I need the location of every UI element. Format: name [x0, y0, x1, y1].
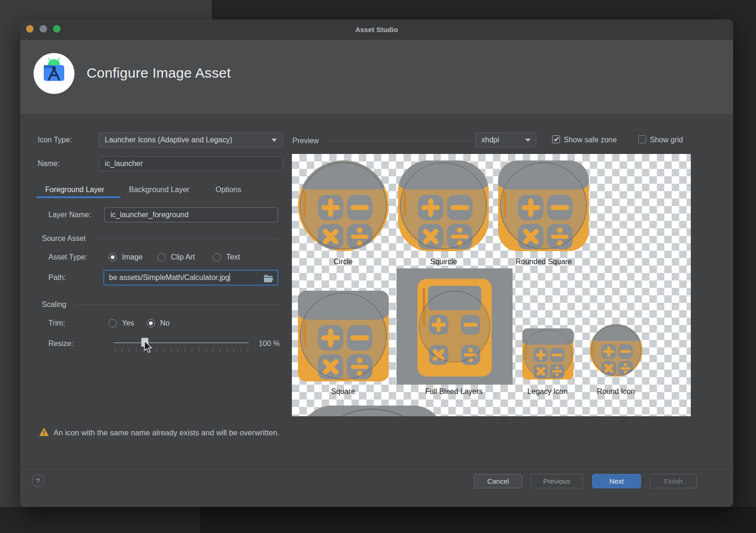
preview-icon-full-bleed: [397, 268, 513, 385]
radio-image[interactable]: [108, 253, 117, 261]
android-icon: [48, 58, 60, 65]
tab-background-layer[interactable]: Background Layer: [129, 186, 189, 194]
radio-image-label: Image: [122, 253, 142, 262]
path-input[interactable]: be assets/SimpleMath/Calculator.jpg: [103, 270, 278, 286]
preview-icon-label: Legacy Icon: [527, 387, 567, 396]
name-value: ic_launcher: [105, 160, 143, 167]
layer-name-value: ic_launcher_foreground: [110, 211, 189, 219]
layer-name-label: Layer Name:: [48, 210, 91, 220]
preview-icon-label: Full Bleed Layers: [425, 387, 483, 396]
slider-tick: [129, 348, 129, 352]
preview-icon-label: Square: [331, 387, 355, 396]
backdrop-bottom-left: [0, 507, 200, 533]
previous-button[interactable]: Previous: [531, 474, 583, 488]
slider-tick: [115, 348, 115, 352]
preview-icon-partial: [300, 406, 445, 416]
screen: Asset Studio Configure Image Asset Icon …: [0, 0, 756, 533]
preview-icon-rounded-square: [498, 160, 589, 251]
chevron-down-icon: [271, 139, 277, 142]
preview-label: Preview: [292, 136, 319, 146]
density-chevron-icon: [525, 139, 531, 142]
radio-trim-yes-label: Yes: [122, 319, 134, 328]
preview-icon-label: Rounded Square: [516, 258, 572, 266]
layer-name-input[interactable]: ic_launcher_foreground: [104, 207, 278, 222]
trim-label: Trim:: [48, 319, 65, 328]
slider-tick: [192, 348, 192, 352]
page-title: Configure Image Asset: [87, 65, 231, 81]
radio-trim-yes[interactable]: [108, 319, 117, 327]
warning-text: An icon with the same name already exist…: [54, 428, 279, 437]
slider-tick: [122, 348, 122, 352]
icon-type-dropdown[interactable]: Launcher Icons (Adaptive and Legacy): [99, 133, 283, 147]
icon-type-label: Icon Type:: [38, 135, 72, 145]
radio-text[interactable]: [213, 253, 221, 261]
preview-icon-squircle: [398, 160, 489, 251]
preview-icon-label: Round Icon: [597, 387, 635, 396]
slider-tick: [206, 348, 206, 352]
slider-tick: [248, 348, 248, 352]
slider-tick: [227, 348, 227, 352]
resize-value: 100 %: [253, 339, 280, 348]
slider-tick: [157, 348, 157, 352]
resize-slider-track[interactable]: [114, 342, 249, 343]
radio-trim-no[interactable]: [147, 319, 155, 327]
slider-tick: [136, 348, 136, 352]
help-button[interactable]: ?: [32, 474, 44, 487]
preview-canvas: Circle Squircle Rounded Square Square Fu…: [292, 154, 691, 416]
name-input[interactable]: ic_launcher: [99, 156, 283, 171]
icon-type-value: Launcher Icons (Adaptive and Legacy): [105, 136, 232, 144]
resize-label: Resize:: [48, 339, 73, 348]
slider-tick: [213, 348, 213, 352]
tab-underline: [36, 196, 121, 198]
slider-tick: [241, 348, 241, 352]
preview-icon-round: [590, 324, 642, 377]
radio-text-label: Text: [226, 253, 240, 262]
window-title: Asset Studio: [20, 20, 733, 40]
path-label: Path:: [48, 273, 66, 282]
asset-type-label: Asset Type:: [48, 253, 87, 262]
warning-icon: [39, 427, 49, 436]
footer-separator: [20, 466, 733, 467]
tab-foreground-layer[interactable]: Foreground Layer: [45, 186, 104, 194]
scaling-label: Scaling: [42, 300, 66, 309]
slider-tick: [199, 348, 199, 352]
preview-icon-legacy: [522, 328, 574, 380]
show-safe-zone-checkbox[interactable]: [552, 135, 560, 143]
finish-button[interactable]: Finish: [650, 474, 697, 488]
slider-tick: [164, 348, 164, 352]
source-asset-label: Source Asset: [42, 234, 86, 243]
show-grid-label: Show grid: [650, 135, 683, 145]
radio-clip-art-label: Clip Art: [171, 253, 195, 262]
preview-icon-square: [298, 291, 389, 381]
mouse-cursor: [143, 341, 153, 353]
preview-icon-label: Circle: [334, 258, 353, 266]
radio-trim-no-label: No: [160, 319, 169, 328]
slider-tick: [178, 348, 178, 352]
scaling-separator: [75, 305, 279, 305]
slider-tick: [185, 348, 185, 352]
slider-tick: [234, 348, 234, 352]
cancel-button[interactable]: Cancel: [474, 474, 522, 488]
radio-clip-art[interactable]: [157, 253, 166, 261]
name-label: Name:: [38, 159, 60, 168]
slider-tick: [220, 348, 220, 352]
tab-options[interactable]: Options: [216, 186, 241, 194]
density-value: xhdpi: [481, 136, 499, 144]
android-studio-logo: [34, 53, 74, 94]
text-caret: [230, 273, 230, 281]
slider-tick: [171, 348, 171, 352]
preview-icon-label: Squircle: [430, 258, 457, 266]
source-asset-separator: [99, 239, 279, 239]
show-grid-checkbox[interactable]: [638, 135, 646, 143]
preview-icon-circle: [298, 160, 389, 251]
show-safe-zone-label: Show safe zone: [564, 135, 617, 145]
folder-icon[interactable]: [263, 274, 274, 282]
next-button[interactable]: Next: [592, 474, 641, 488]
path-value: be assets/SimpleMath/Calculator.jpg: [109, 273, 230, 281]
preview-separator: [329, 141, 471, 141]
